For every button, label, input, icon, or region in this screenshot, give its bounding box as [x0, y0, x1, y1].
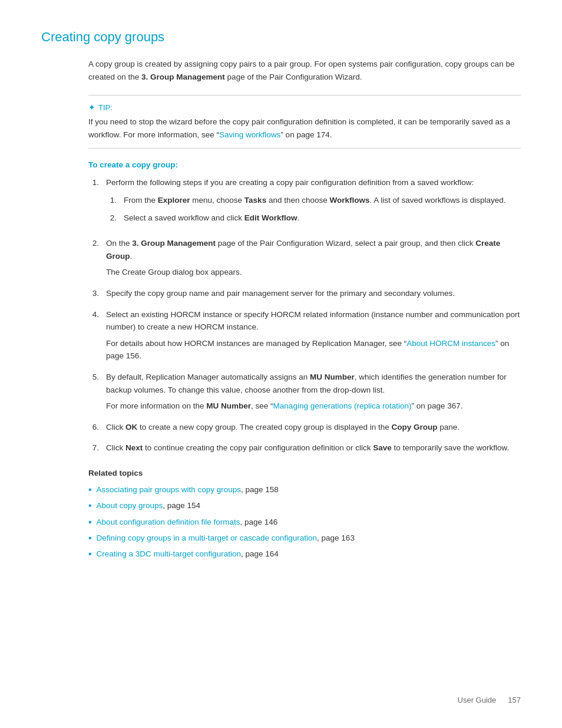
tip-label: TIP: [98, 103, 113, 112]
save-bold: Save [373, 443, 392, 452]
related-item-5: • Creating a 3DC multi-target configurat… [88, 548, 521, 561]
step-3: 3. Specify the copy group name and pair … [88, 287, 521, 300]
copy-group-bold: Copy Group [392, 423, 438, 431]
mu-number-bold: MU Number [310, 373, 355, 381]
related-item-3-text: About configuration definition file form… [97, 516, 278, 529]
related-item-1: • Associating pair groups with copy grou… [88, 483, 521, 496]
step-5: 5. By default, Replication Manager autom… [88, 371, 521, 413]
step-7: 7. Click Next to continue creating the c… [88, 442, 521, 454]
tip-body: If you need to stop the wizard before th… [88, 116, 521, 141]
substep-1-2: 2. Select a saved workflow and click Edi… [106, 212, 521, 225]
substep-1-1: 1. From the Explorer menu, choose Tasks … [106, 194, 521, 207]
step-1-text: Perform the following steps if you are c… [106, 178, 474, 187]
step-1-num: 1. [88, 176, 99, 229]
step-4-num: 4. [88, 308, 99, 363]
step-6-num: 6. [88, 421, 99, 434]
about-config-def-link[interactable]: About configuration definition file form… [97, 518, 240, 526]
substep-1-1-content: From the Explorer menu, choose Tasks and… [124, 194, 521, 207]
workflows-bold: Workflows [329, 196, 369, 205]
step-3-content: Specify the copy group name and pair man… [106, 287, 521, 300]
saving-workflows-link[interactable]: Saving workflows [219, 130, 280, 139]
related-item-3: • About configuration definition file fo… [88, 516, 521, 529]
bullet-3: • [88, 516, 92, 529]
group-mgmt-bold: 3. Group Management [132, 239, 216, 248]
step-2-extra: The Create Group dialog box appears. [106, 266, 521, 279]
managing-generations-link[interactable]: Managing generations (replica rotation) [273, 401, 412, 410]
explorer-bold: Explorer [158, 196, 190, 205]
footer: User Guide 157 [458, 696, 521, 704]
step-1: 1. Perform the following steps if you ar… [88, 176, 521, 229]
related-item-5-text: Creating a 3DC multi-target configuratio… [97, 548, 279, 561]
next-bold: Next [125, 443, 143, 452]
footer-page-num: 157 [508, 696, 521, 704]
assoc-pair-groups-link[interactable]: Associating pair groups with copy groups [97, 485, 241, 494]
step-4-extra: For details about how HORCM instances ar… [106, 337, 521, 363]
step-2: 2. On the 3. Group Management page of th… [88, 237, 521, 279]
creating-3dc-link[interactable]: Creating a 3DC multi-target configuratio… [97, 549, 241, 558]
ok-bold: OK [125, 423, 137, 431]
tip-icon: ✦ [88, 103, 95, 112]
intro-paragraph: A copy group is created by assigning cop… [88, 58, 521, 83]
step-1-content: Perform the following steps if you are c… [106, 176, 521, 229]
related-topics-heading: Related topics [88, 469, 521, 477]
step-1-sublist: 1. From the Explorer menu, choose Tasks … [106, 194, 521, 224]
related-item-2-text: About copy groups, page 154 [97, 499, 200, 512]
intro-text-end: page of the Pair Configuration Wizard. [225, 73, 362, 81]
tip-body-end: ” on page 174. [280, 130, 332, 139]
related-item-1-text: Associating pair groups with copy groups… [97, 483, 279, 496]
related-topics-list: • Associating pair groups with copy grou… [88, 483, 521, 561]
bullet-4: • [88, 532, 92, 545]
intro-bold: 3. Group Management [141, 73, 225, 81]
section-heading: To create a copy group: [88, 160, 521, 169]
step-4: 4. Select an existing HORCM instance or … [88, 308, 521, 363]
bullet-2: • [88, 499, 92, 512]
step-5-content: By default, Replication Manager automati… [106, 371, 521, 413]
about-copy-groups-link[interactable]: About copy groups [97, 501, 163, 510]
step-2-content: On the 3. Group Management page of the P… [106, 237, 521, 279]
substep-1-2-content: Select a saved workflow and click Edit W… [124, 212, 521, 225]
about-horcm-link[interactable]: About HORCM instances [406, 339, 495, 348]
step-5-num: 5. [88, 371, 99, 413]
tip-header: ✦ TIP: [88, 103, 521, 112]
related-item-4-text: Defining copy groups in a multi-target o… [97, 532, 355, 545]
step-7-num: 7. [88, 442, 99, 454]
bullet-5: • [88, 548, 92, 561]
related-topics: Related topics • Associating pair groups… [88, 469, 521, 561]
step-6: 6. Click OK to create a new copy group. … [88, 421, 521, 434]
substep-1-1-num: 1. [106, 194, 117, 207]
footer-label: User Guide [458, 696, 497, 704]
tip-box: ✦ TIP: If you need to stop the wizard be… [88, 95, 521, 149]
substep-1-2-num: 2. [106, 212, 117, 225]
step-2-num: 2. [88, 237, 99, 279]
bullet-1: • [88, 483, 92, 496]
step-5-extra: For more information on the MU Number, s… [106, 400, 521, 413]
related-item-2: • About copy groups, page 154 [88, 499, 521, 512]
tasks-bold: Tasks [244, 196, 266, 205]
page-title: Creating copy groups [41, 29, 521, 45]
mu-number-bold-2: MU Number [206, 401, 251, 410]
edit-workflow-bold: Edit Workflow [244, 213, 297, 222]
steps-list: 1. Perform the following steps if you ar… [88, 176, 521, 454]
step-6-content: Click OK to create a new copy group. The… [106, 421, 521, 434]
step-3-num: 3. [88, 287, 99, 300]
step-4-content: Select an existing HORCM instance or spe… [106, 308, 521, 363]
step-7-content: Click Next to continue creating the copy… [106, 442, 521, 454]
related-item-4: • Defining copy groups in a multi-target… [88, 532, 521, 545]
defining-copy-groups-link[interactable]: Defining copy groups in a multi-target o… [97, 533, 317, 542]
